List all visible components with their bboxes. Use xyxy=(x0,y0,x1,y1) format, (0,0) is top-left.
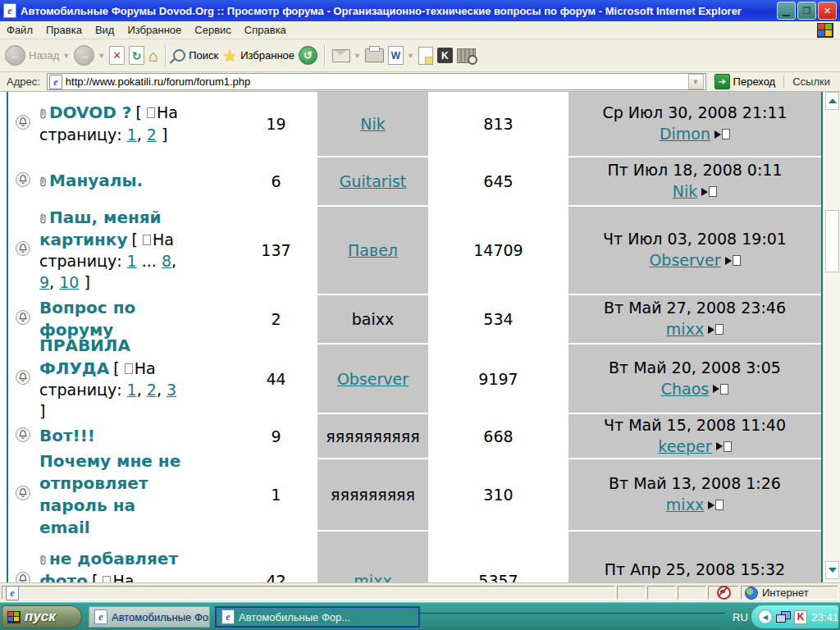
replies-count: 42 xyxy=(236,532,316,582)
messenger-button[interactable]: K xyxy=(437,48,453,63)
back-dropdown-icon[interactable]: ▼ xyxy=(62,52,70,60)
back-button[interactable]: ← Назад ▼ xyxy=(5,45,70,66)
topic-author[interactable]: mixx xyxy=(317,532,428,582)
topic-folder-icon xyxy=(15,485,31,504)
taskbar-window-button-2-active[interactable]: e Автомобильные Фор... xyxy=(215,606,420,628)
topic-author: яяяяяяяяяя xyxy=(317,414,428,458)
attachment-icon xyxy=(39,211,47,229)
address-input[interactable]: e http://www.pokatili.ru/forum/forum1.ph… xyxy=(47,73,706,90)
menu-view[interactable]: Вид xyxy=(89,22,121,38)
page-scrollbar[interactable] xyxy=(825,92,840,582)
minimize-button[interactable]: ▁ xyxy=(777,2,796,20)
close-button[interactable]: ✕ xyxy=(818,2,837,20)
menu-help[interactable]: Справка xyxy=(238,22,293,38)
replies-count: 44 xyxy=(236,345,316,413)
print-button[interactable] xyxy=(365,48,384,62)
goto-last-post-icon[interactable] xyxy=(716,441,732,452)
last-poster-link[interactable]: mixx xyxy=(666,319,704,340)
home-button[interactable]: ⌂ xyxy=(148,48,158,64)
topic-title-link[interactable]: DOVOD ? xyxy=(49,103,131,122)
attachment-icon xyxy=(39,552,47,570)
status-bar: e Интернет xyxy=(0,582,840,602)
forward-icon: → xyxy=(74,45,94,66)
goto-last-post-icon[interactable] xyxy=(713,384,728,395)
goto-last-post-icon[interactable] xyxy=(725,255,741,266)
go-button[interactable]: ➜ Переход xyxy=(710,74,781,89)
topic-author[interactable]: Павел xyxy=(317,207,428,294)
topic-author[interactable]: Observer xyxy=(317,345,428,413)
last-poster-link[interactable]: Nik xyxy=(673,181,698,203)
network-tray-icon[interactable] xyxy=(776,611,791,623)
page-number-link[interactable]: 10 xyxy=(59,273,79,291)
last-post-date: Чт Май 15, 2008 11:40 xyxy=(604,415,786,436)
hide-icons-chevron[interactable]: ◀ xyxy=(758,609,773,624)
edit-dropdown-icon[interactable]: ▼ xyxy=(407,52,414,60)
antivirus-tray-icon[interactable]: K xyxy=(794,610,808,624)
menu-edit[interactable]: Правка xyxy=(39,22,89,38)
language-indicator[interactable]: RU xyxy=(733,603,748,630)
title-bar: e Автомобильные Форумы Dovod.Org :: Прос… xyxy=(0,0,840,21)
refresh-button[interactable]: ↻ xyxy=(129,46,144,65)
page-number-link[interactable]: 9 xyxy=(39,273,49,291)
page-number-link[interactable]: 1 xyxy=(127,126,137,144)
views-count: 534 xyxy=(430,295,567,343)
research-button[interactable] xyxy=(457,48,476,63)
last-poster-link[interactable]: mixx xyxy=(666,495,704,516)
table-row: не добавляет фото [ На страницу: 1 ] 42 … xyxy=(8,532,821,582)
last-post-date: Вт Май 20, 2008 3:05 xyxy=(609,358,781,379)
stop-button[interactable]: ✕ xyxy=(109,46,125,65)
taskbar-window-button-1[interactable]: e Автомобильные Фор... xyxy=(89,606,210,628)
menu-tools[interactable]: Сервис xyxy=(188,22,238,38)
links-toolbar[interactable]: Ссылки xyxy=(783,75,837,88)
last-post-date: Пт Апр 25, 2008 15:32 xyxy=(605,559,785,581)
last-poster-link[interactable]: Chaos xyxy=(661,379,709,400)
page-number-link[interactable]: 3 xyxy=(167,381,176,399)
page-number-link[interactable]: 1 xyxy=(127,381,137,399)
privacy-blocked-icon xyxy=(717,586,731,600)
edit-page-button[interactable] xyxy=(418,47,433,65)
page-number-link[interactable]: 2 xyxy=(147,381,157,399)
topic-author[interactable]: Nik xyxy=(317,92,428,156)
views-count: 14709 xyxy=(430,207,567,294)
topic-title-link[interactable]: Вот!!! xyxy=(39,426,95,445)
last-poster-link[interactable]: keeper xyxy=(658,436,711,458)
attachment-icon xyxy=(39,106,47,124)
scrollbar-thumb[interactable] xyxy=(825,210,839,272)
topic-folder-icon xyxy=(15,571,31,582)
menu-favorites[interactable]: Избранное xyxy=(121,22,188,38)
start-button[interactable]: пуск xyxy=(2,605,82,628)
scroll-up-button[interactable] xyxy=(825,92,839,110)
page-number-link[interactable]: 8 xyxy=(162,252,171,270)
mail-button[interactable]: ▼ xyxy=(332,49,361,62)
topic-title-link[interactable]: Вопрос по форуму xyxy=(39,298,135,340)
goto-last-post-icon[interactable] xyxy=(708,500,724,510)
menu-file[interactable]: Файл xyxy=(0,22,39,38)
table-right-border xyxy=(821,92,823,582)
goto-page-icon xyxy=(143,235,151,245)
forward-dropdown-icon[interactable]: ▼ xyxy=(98,52,105,60)
history-button[interactable]: ↺ xyxy=(299,46,317,65)
page-number-link[interactable]: 1 xyxy=(127,252,137,270)
status-pane xyxy=(678,586,706,600)
topic-author[interactable]: Guitarist xyxy=(317,158,428,205)
page-number-link[interactable]: 2 xyxy=(147,126,157,144)
edit-word-button[interactable]: W ▼ xyxy=(388,46,414,65)
goto-last-post-icon[interactable] xyxy=(701,186,717,197)
topic-title-link[interactable]: Почему мне не отпровляет пароль на email xyxy=(39,451,180,538)
forward-button[interactable]: → ▼ xyxy=(74,45,105,66)
mail-dropdown-icon[interactable]: ▼ xyxy=(354,52,361,60)
search-button[interactable]: Поиск xyxy=(173,49,218,62)
goto-last-post-icon[interactable] xyxy=(708,324,724,335)
system-tray: ◀ K 23:41 xyxy=(751,605,838,628)
favorites-button[interactable]: ★ Избранное xyxy=(222,48,294,64)
address-dropdown-icon[interactable]: ▼ xyxy=(688,74,704,89)
standard-buttons-toolbar: ← Назад ▼ → ▼ ✕ ↻ ⌂ Поиск ★ Избранное ↺ … xyxy=(0,39,840,72)
last-poster-link[interactable]: Observer xyxy=(649,250,720,272)
topic-title-link[interactable]: Мануалы. xyxy=(49,171,143,190)
goto-last-post-icon[interactable] xyxy=(714,129,730,139)
scroll-down-button[interactable] xyxy=(825,561,839,579)
status-pane xyxy=(647,586,676,600)
last-poster-link[interactable]: Dimon xyxy=(660,124,710,145)
privacy-report-pane[interactable] xyxy=(708,586,739,600)
restore-button[interactable]: ❐ xyxy=(797,2,816,20)
